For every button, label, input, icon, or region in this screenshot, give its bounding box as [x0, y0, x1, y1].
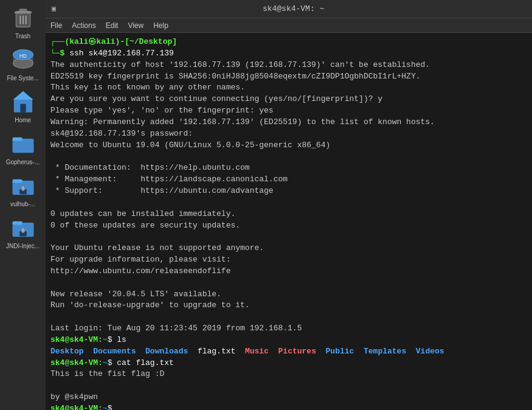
terminal-line: Your Ubuntu release is not supported any… [50, 243, 527, 254]
terminal-line: 0 updates can be installed immediately. [50, 209, 527, 220]
svg-rect-15 [12, 137, 22, 141]
svg-text:HD: HD [19, 54, 27, 59]
vulhub-folder-icon [9, 170, 38, 200]
sidebar-item-home[interactable]: Home [2, 86, 44, 123]
menu-edit[interactable]: Edit [106, 21, 119, 30]
terminal-line [50, 231, 527, 243]
terminal-line: http://www.ubuntu.com/releaseendoflife [50, 266, 527, 277]
terminal-line: Last login: Tue Aug 20 11:23:45 2019 fro… [50, 323, 527, 335]
terminal-line [50, 380, 527, 392]
terminal-titlebar: ▣ sk4@sk4-VM: ~ [46, 0, 532, 18]
terminal-line-cat-cmd: sk4@sk4-VM:~$ cat flag.txt [50, 358, 527, 369]
svg-rect-17 [12, 179, 22, 183]
terminal-line: Warning: Permanently added '192.168.77.1… [50, 117, 527, 128]
terminal-line [50, 277, 527, 289]
terminal-line: * Management: https://landscape.canonica… [50, 174, 527, 186]
jndi-folder-icon [9, 212, 38, 241]
menu-help[interactable]: Help [153, 21, 168, 30]
sidebar-item-label: Home [15, 117, 31, 123]
terminal-line: For upgrade information, please visit: [50, 254, 527, 266]
svg-rect-13 [20, 104, 26, 113]
gopherus-folder-icon [9, 128, 38, 158]
sidebar-item-label: Trash [15, 33, 30, 40]
trash-icon [9, 2, 38, 32]
terminal-line: New release '20.04.5 LTS' available. [50, 289, 527, 301]
desktop-sidebar: Trash HD File Syste... Home [0, 0, 46, 410]
svg-rect-25 [22, 228, 24, 232]
terminal-line: Run 'do-release-upgrade' to upgrade to i… [50, 300, 527, 311]
terminal-line: sk4@192.168.77.139's password: [50, 128, 527, 140]
filesystem-icon: HD [9, 44, 38, 74]
menu-view[interactable]: View [128, 21, 143, 30]
svg-rect-20 [22, 186, 24, 190]
sidebar-item-label: Gopherus-... [6, 159, 40, 165]
sidebar-item-filesystem[interactable]: HD File Syste... [2, 44, 44, 82]
sidebar-item-trash[interactable]: Trash [2, 2, 44, 40]
terminal-line: 0 of these updates are security updates. [50, 220, 527, 232]
terminal-line: Welcome to Ubuntu 19.04 (GNU/Linux 5.0.0… [50, 140, 527, 151]
terminal-line: Please type 'yes', 'no' or the fingerpri… [50, 105, 527, 117]
terminal-line-flag: This is the fist flag :D [50, 369, 527, 380]
terminal-line: * Support: https://ubuntu.com/advantage [50, 186, 527, 197]
terminal-line [50, 197, 527, 209]
sidebar-item-label: JNDI-Injec... [6, 243, 40, 249]
terminal-line: * Documentation: https://help.ubuntu.com [50, 162, 527, 174]
sidebar-item-jndi[interactable]: JNDI-Injec... [2, 212, 44, 249]
terminal-line-ls-cmd: sk4@sk4-VM:~$ ls [50, 335, 527, 346]
home-icon [9, 86, 38, 116]
menu-actions[interactable]: Actions [72, 21, 95, 30]
sidebar-item-label: File Syste... [7, 75, 38, 82]
terminal-line: Are you sure you want to continue connec… [50, 94, 527, 105]
terminal-line: This key is not known by any other names… [50, 82, 527, 94]
terminal-body[interactable]: ┌──(kali㉿kali)-[~/Desktop] └─$ ssh sk4@1… [46, 33, 532, 410]
terminal-line-by: by @sk4pwn [50, 392, 527, 403]
terminal-line: ED25519 key fingerprint is SHA256:0niHJ8… [50, 71, 527, 83]
terminal-line: The authenticity of host '192.168.77.139… [50, 60, 527, 71]
terminal-line-ls-output: Desktop Documents Downloads flag.txt Mus… [50, 346, 527, 358]
terminal-menubar: File Actions Edit View Help [46, 18, 532, 33]
terminal-window: ▣ sk4@sk4-VM: ~ File Actions Edit View H… [46, 0, 532, 410]
terminal-line: ┌──(kali㉿kali)-[~/Desktop] [50, 36, 527, 48]
sidebar-item-label: vulhub-... [10, 201, 35, 207]
terminal-line: └─$ ssh sk4@192.168.77.139 [50, 48, 527, 60]
terminal-icon: ▣ [52, 4, 56, 13]
svg-rect-22 [12, 221, 22, 225]
sidebar-item-gopherus[interactable]: Gopherus-... [2, 128, 44, 165]
svg-rect-2 [15, 12, 32, 14]
svg-marker-12 [13, 91, 33, 100]
terminal-title: sk4@sk4-VM: ~ [61, 4, 526, 13]
sidebar-item-vulhub[interactable]: vulhub-... [2, 170, 44, 207]
menu-file[interactable]: File [50, 21, 62, 30]
terminal-line [50, 311, 527, 323]
terminal-prompt-1: sk4@sk4-VM:~$ [50, 403, 527, 410]
terminal-line [50, 151, 527, 162]
